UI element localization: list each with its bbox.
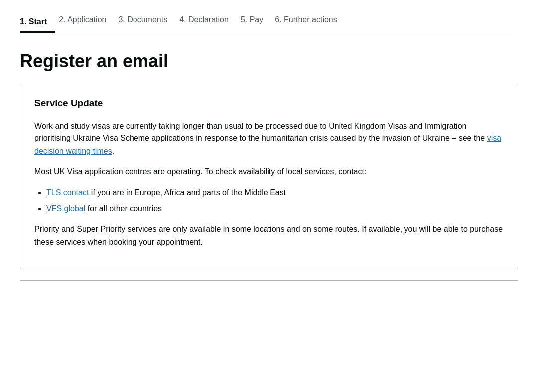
steps-navigation: 1. Start2. Application3. Documents4. Dec… (20, 10, 518, 35)
list-item-text-1: if you are in Europe, Africa and parts o… (89, 188, 286, 197)
step-1-tab[interactable]: 1. Start (20, 12, 55, 33)
step-2-tab[interactable]: 2. Application (55, 10, 114, 30)
step-4-tab[interactable]: 4. Declaration (175, 10, 237, 30)
step-5-tab[interactable]: 5. Pay (237, 10, 271, 30)
service-update-body: Work and study visas are currently takin… (34, 120, 504, 249)
service-update-box: Service Update Work and study visas are … (20, 84, 518, 268)
step-6-tab[interactable]: 6. Further actions (271, 10, 345, 30)
list-item-link-2[interactable]: VFS global (46, 204, 85, 213)
list-item-text-2: for all other countries (85, 204, 162, 213)
bottom-divider (20, 280, 518, 281)
paragraph-1-text: Work and study visas are currently takin… (34, 122, 487, 143)
service-update-title: Service Update (34, 96, 504, 111)
paragraph-1-end: . (112, 147, 114, 155)
service-update-paragraph-3: Priority and Super Priority services are… (34, 223, 504, 248)
list-item-link-1[interactable]: TLS contact (46, 188, 89, 197)
service-update-paragraph-1: Work and study visas are currently takin… (34, 120, 504, 158)
page-title: Register an email (20, 50, 518, 72)
list-item-1: TLS contact if you are in Europe, Africa… (46, 186, 504, 199)
page-container: 1. Start2. Application3. Documents4. Dec… (0, 0, 538, 291)
step-3-tab[interactable]: 3. Documents (114, 10, 175, 30)
service-update-paragraph-2: Most UK Visa application centres are ope… (34, 165, 504, 178)
list-item-2: VFS global for all other countries (46, 202, 504, 215)
service-update-list: TLS contact if you are in Europe, Africa… (34, 186, 504, 215)
